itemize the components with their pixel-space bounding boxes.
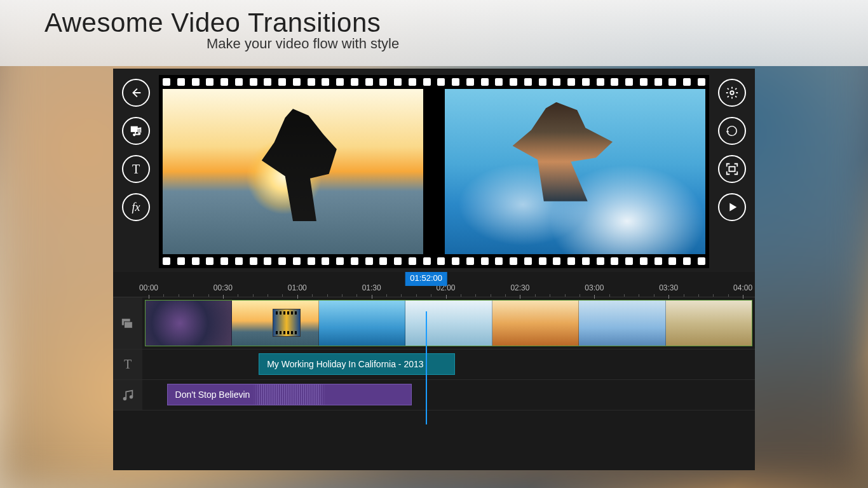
ruler-tick: 01:30 [362,283,381,292]
preview-frames [159,89,709,254]
settings-button[interactable] [718,79,746,107]
banner-title: Awesome Video Transitions [44,8,824,38]
audio-clip[interactable]: Don't Stop Believin [167,384,412,405]
audio-clip-label: Don't Stop Believin [175,390,250,400]
ruler-tick: 01:00 [288,283,307,292]
video-thumb [492,301,579,346]
fx-icon: fx [132,201,140,214]
ruler-tick: 00:30 [214,283,233,292]
video-thumb [146,301,232,346]
audio-track-header[interactable] [113,380,142,410]
timeline: 00:0000:3001:0001:3002:0002:3003:0003:30… [113,272,755,470]
ruler-tick: 02:30 [510,283,529,292]
audio-track-body[interactable]: Don't Stop Believin [142,380,755,410]
film-perforation-top [159,75,709,89]
music-note-icon [121,388,135,402]
ruler-tick: 04:00 [733,283,752,292]
video-thumb [405,301,492,346]
video-thumb [319,301,405,346]
ruler-tick: 03:00 [585,283,604,292]
preview-frame-right [445,89,705,254]
svg-point-1 [139,133,141,135]
titles-button[interactable]: T [122,155,150,183]
fullscreen-button[interactable] [718,155,746,183]
play-button[interactable] [718,193,746,221]
video-editor-window: T fx [113,69,755,470]
ruler-tick: 03:30 [659,283,678,292]
transition-marker[interactable] [273,309,301,337]
ruler-tick: 00:00 [139,283,158,292]
fullscreen-icon [725,162,739,176]
video-track [113,297,755,349]
promo-banner: Awesome Video Transitions Make your vide… [0,0,868,66]
playhead-line[interactable] [426,311,427,424]
video-thumb [579,301,665,346]
video-clip-strip[interactable] [145,300,752,346]
svg-point-8 [130,395,133,399]
media-library-button[interactable] [122,117,150,145]
media-icon [129,124,143,138]
timeline-tracks: T My Working Holiday In California - 201… [113,297,755,470]
preview-frame-left [163,89,423,254]
preview-filmstrip [159,75,709,268]
banner-subtitle: Make your video flow with style [207,36,824,52]
undo-icon [725,124,739,138]
svg-rect-4 [729,166,735,171]
text-icon: T [124,357,132,372]
back-button[interactable] [122,79,150,107]
effects-button[interactable]: fx [122,193,150,221]
video-thumb [666,301,752,346]
play-icon [725,200,739,214]
video-track-icon [121,316,135,330]
gear-icon [725,86,739,100]
playhead-time-badge[interactable]: 01:52:00 [405,272,447,286]
svg-point-3 [730,91,734,95]
svg-point-7 [123,396,127,400]
arrow-left-icon [129,86,143,100]
video-track-body[interactable] [142,297,755,349]
title-track-body[interactable]: My Working Holiday In California - 2013 [142,349,755,379]
preview-row: T fx [113,69,755,272]
title-clip-label: My Working Holiday In California - 2013 [267,359,423,369]
film-perforation-bottom [159,254,709,268]
timeline-ruler[interactable]: 00:0000:3001:0001:3002:0002:3003:0003:30… [113,272,755,297]
undo-button[interactable] [718,117,746,145]
left-toolbar: T fx [118,75,154,268]
text-icon: T [132,162,140,177]
title-track: T My Working Holiday In California - 201… [113,349,755,380]
title-track-header[interactable]: T [113,349,142,379]
audio-track: Don't Stop Believin [113,380,755,410]
svg-rect-6 [125,322,133,328]
right-toolbar [714,75,750,268]
svg-point-2 [133,134,135,137]
video-track-header[interactable] [113,297,142,349]
